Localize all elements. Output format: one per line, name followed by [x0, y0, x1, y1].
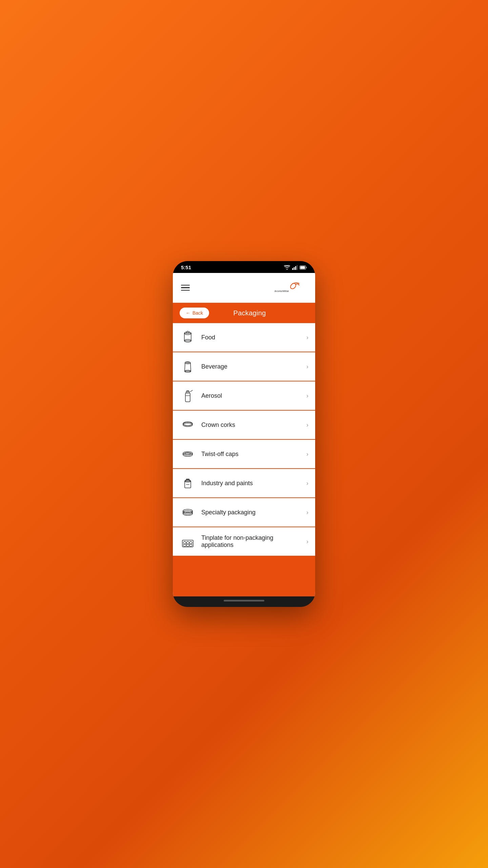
aerosol-can-icon	[180, 388, 196, 404]
hamburger-menu[interactable]	[180, 283, 191, 292]
menu-item-twist-off-caps[interactable]: Twist-off caps ›	[173, 440, 315, 469]
paint-can-icon	[180, 475, 196, 491]
menu-item-tinplate[interactable]: Tinplate for non-packaging applications …	[173, 527, 315, 556]
status-bar: 5:51	[173, 261, 315, 273]
food-chevron: ›	[306, 334, 308, 341]
phone-frame: 5:51	[173, 261, 315, 607]
menu-item-food[interactable]: Food ›	[173, 323, 315, 352]
time-display: 5:51	[181, 264, 191, 270]
menu-item-specialty-packaging[interactable]: Specialty packaging ›	[173, 498, 315, 527]
home-bar[interactable]	[224, 600, 264, 601]
back-label: Back	[192, 310, 203, 316]
menu-item-beverage[interactable]: Beverage ›	[173, 352, 315, 381]
back-arrow-icon: ←	[186, 310, 190, 316]
industry-paints-chevron: ›	[306, 480, 308, 487]
svg-rect-21	[187, 391, 189, 392]
tinplate-chevron: ›	[306, 538, 308, 545]
back-button[interactable]: ← Back	[180, 308, 209, 318]
crown-corks-chevron: ›	[306, 421, 308, 429]
app-header: ArcelorMittal	[173, 273, 315, 303]
menu-list: Food › Beverage ›	[173, 323, 315, 556]
menu-item-aerosol[interactable]: Aerosol ›	[173, 381, 315, 411]
arcelor-mittal-logo: ArcelorMittal	[274, 278, 308, 297]
twist-off-caps-chevron: ›	[306, 451, 308, 458]
menu-item-crown-corks[interactable]: Crown corks ›	[173, 411, 315, 440]
aerosol-chevron: ›	[306, 392, 308, 399]
specialty-packaging-label: Specialty packaging	[201, 509, 301, 516]
industry-paints-label: Industry and paints	[201, 480, 301, 487]
svg-rect-5	[300, 266, 305, 269]
twist-off-icon	[180, 446, 196, 462]
signal-icon	[292, 265, 298, 270]
crown-cork-icon	[180, 417, 196, 433]
svg-rect-19	[185, 393, 190, 402]
svg-rect-39	[182, 540, 193, 547]
food-label: Food	[201, 334, 301, 341]
svg-text:ArcelorMittal: ArcelorMittal	[274, 290, 289, 292]
beverage-can-icon	[180, 358, 196, 375]
specialty-packaging-chevron: ›	[306, 509, 308, 516]
orange-footer	[173, 556, 315, 596]
tinplate-label: Tinplate for non-packaging applications	[201, 534, 301, 549]
svg-rect-0	[292, 268, 293, 270]
page-title: Packaging	[215, 309, 308, 317]
tinplate-icon	[180, 533, 196, 550]
home-indicator	[173, 596, 315, 607]
status-icons	[284, 265, 307, 270]
food-can-icon	[180, 329, 196, 346]
svg-rect-3	[297, 265, 298, 270]
beverage-chevron: ›	[306, 363, 308, 370]
svg-rect-2	[295, 266, 296, 270]
twist-off-caps-label: Twist-off caps	[201, 451, 301, 458]
nav-bar: ← Back Packaging	[173, 303, 315, 323]
app-screen: ArcelorMittal ← Back Packaging	[173, 273, 315, 596]
battery-icon	[300, 265, 307, 270]
wifi-icon	[284, 265, 290, 270]
svg-rect-1	[294, 267, 295, 270]
beverage-label: Beverage	[201, 363, 301, 370]
specialty-icon	[180, 504, 196, 520]
menu-item-industry-paints[interactable]: Industry and paints ›	[173, 469, 315, 498]
aerosol-label: Aerosol	[201, 392, 301, 399]
crown-corks-label: Crown corks	[201, 421, 301, 429]
